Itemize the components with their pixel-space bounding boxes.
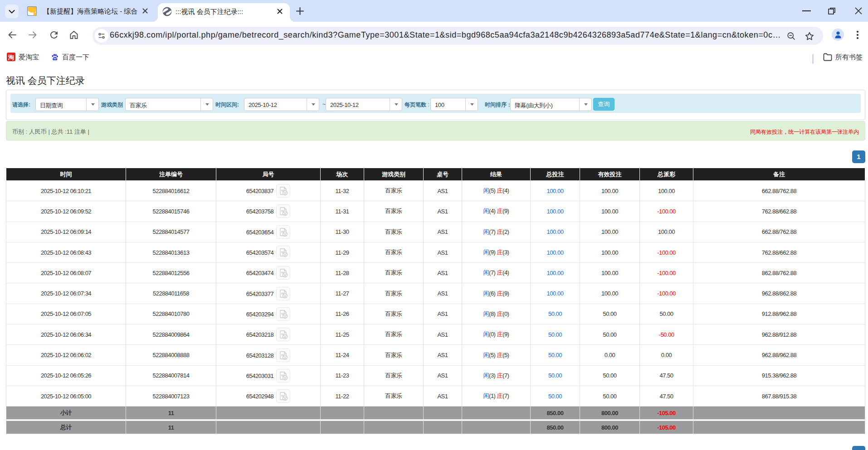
svg-text:du: du — [54, 57, 56, 60]
svg-text:淘: 淘 — [8, 54, 14, 61]
